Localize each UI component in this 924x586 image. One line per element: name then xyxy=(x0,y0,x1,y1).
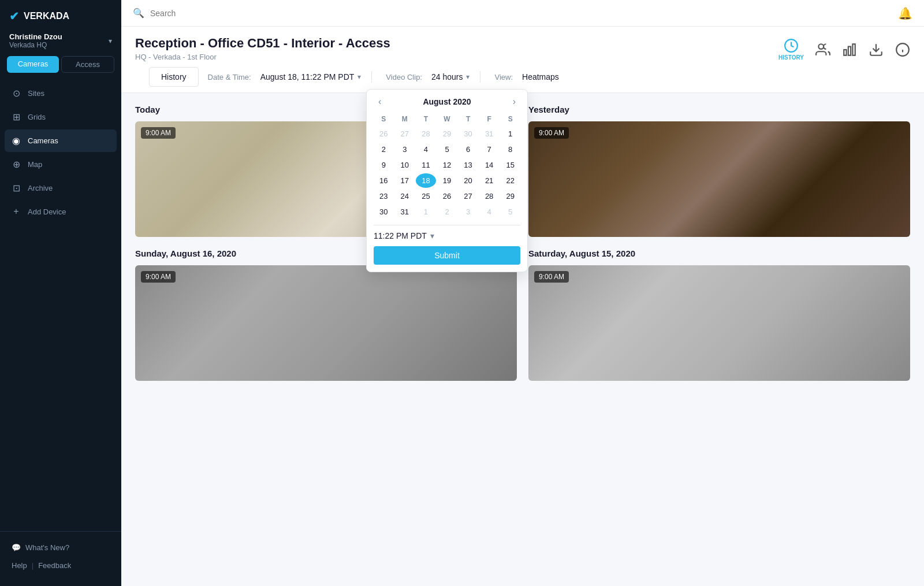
calendar-day[interactable]: 26 xyxy=(437,189,457,203)
saturday-video-card[interactable]: 9:00 AM xyxy=(528,265,910,381)
calendar-month-year: August 2020 xyxy=(423,97,471,106)
dow-sun: S xyxy=(374,113,394,125)
calendar-day[interactable]: 28 xyxy=(416,127,436,141)
calendar-day[interactable]: 25 xyxy=(416,189,436,203)
calendar-day[interactable]: 3 xyxy=(458,205,478,219)
view-label: View: xyxy=(494,73,513,81)
calendar-day[interactable]: 2 xyxy=(374,142,394,157)
dow-fri: F xyxy=(479,113,500,125)
calendar-day[interactable]: 14 xyxy=(479,158,500,172)
calendar-day[interactable]: 4 xyxy=(479,205,500,219)
saturday-thumbnail xyxy=(528,265,910,381)
sidebar-tab-cameras[interactable]: Cameras xyxy=(7,56,59,73)
feedback-link[interactable]: Feedback xyxy=(38,561,71,570)
calendar-day[interactable]: 31 xyxy=(479,127,500,141)
calendar-day[interactable]: 16 xyxy=(374,173,394,188)
dow-thu: T xyxy=(458,113,478,125)
calendar-day[interactable]: 15 xyxy=(500,158,520,172)
video-clip-picker[interactable]: 24 hours ▾ xyxy=(426,69,475,85)
sidebar-item-cameras-label: Cameras xyxy=(28,136,58,145)
calendar-day[interactable]: 26 xyxy=(374,127,394,141)
calendar-day[interactable]: 1 xyxy=(500,127,520,141)
calendar-day[interactable]: 20 xyxy=(458,173,478,188)
sidebar-item-cameras[interactable]: ◉ Cameras xyxy=(5,129,117,152)
calendar-day[interactable]: 1 xyxy=(416,205,436,219)
calendar-day[interactable]: 2 xyxy=(437,205,457,219)
calendar-day[interactable]: 30 xyxy=(374,205,394,219)
dow-wed: W xyxy=(437,113,457,125)
user-name: Christine Dzou xyxy=(9,32,62,41)
sidebar-tabs: Cameras Access xyxy=(0,56,121,80)
calendar-day[interactable]: 9 xyxy=(374,158,394,172)
toolbar-separator-1 xyxy=(371,71,372,83)
calendar-day[interactable]: 21 xyxy=(479,173,500,188)
calendar-prev-button[interactable]: ‹ xyxy=(376,97,383,107)
calendar-day[interactable]: 12 xyxy=(437,158,457,172)
calendar-grid: S M T W T F S 26272829303112345678910111… xyxy=(374,113,520,219)
calendar-day[interactable]: 24 xyxy=(395,189,415,203)
calendar-next-button[interactable]: › xyxy=(511,97,518,107)
calendar-day[interactable]: 30 xyxy=(458,127,478,141)
sunday-thumbnail xyxy=(135,265,517,381)
sites-icon: ⊙ xyxy=(10,88,22,99)
svg-point-1 xyxy=(818,44,824,49)
video-clip-label: Video Clip: xyxy=(386,73,422,81)
calendar-day[interactable]: 5 xyxy=(437,142,457,157)
calendar-day[interactable]: 18 xyxy=(416,173,436,188)
page-subtitle: HQ - Verkada - 1st Floor xyxy=(135,53,390,61)
sidebar-item-sites[interactable]: ⊙ Sites xyxy=(5,82,117,105)
cameras-icon: ◉ xyxy=(10,135,22,146)
dow-tue: T xyxy=(416,113,436,125)
calendar-day[interactable]: 29 xyxy=(500,189,520,203)
whats-new-item[interactable]: 💬 What's New? xyxy=(7,539,114,557)
grids-icon: ⊞ xyxy=(10,112,22,123)
map-icon: ⊕ xyxy=(10,159,22,170)
calendar-day[interactable]: 27 xyxy=(458,189,478,203)
time-picker[interactable]: 11:22 PM PDT ▾ xyxy=(374,225,520,240)
sidebar-item-map[interactable]: ⊕ Map xyxy=(5,153,117,176)
sunday-video-card[interactable]: 9:00 AM xyxy=(135,265,517,381)
calendar-day[interactable]: 10 xyxy=(395,158,415,172)
view-picker[interactable]: Heatmaps xyxy=(516,69,565,85)
calendar-day[interactable]: 5 xyxy=(500,205,520,219)
user-profile[interactable]: Christine Dzou Verkada HQ ▾ xyxy=(0,28,121,56)
sidebar-item-add-device[interactable]: + Add Device xyxy=(5,201,117,222)
notification-bell-icon[interactable]: 🔔 xyxy=(898,7,912,20)
calendar-day[interactable]: 13 xyxy=(458,158,478,172)
calendar-day[interactable]: 31 xyxy=(395,205,415,219)
chart-icon-btn[interactable] xyxy=(842,42,857,57)
calendar-day[interactable]: 19 xyxy=(437,173,457,188)
calendar-day[interactable]: 8 xyxy=(500,142,520,157)
sidebar-item-archive[interactable]: ⊡ Archive xyxy=(5,177,117,199)
sunday-timestamp: 9:00 AM xyxy=(141,271,176,283)
calendar-day[interactable]: 28 xyxy=(479,189,500,203)
calendar-day[interactable]: 29 xyxy=(437,127,457,141)
history-icon-btn[interactable]: HISTORY xyxy=(778,38,804,61)
calendar-day[interactable]: 17 xyxy=(395,173,415,188)
help-link[interactable]: Help xyxy=(12,561,27,570)
date-time-picker[interactable]: August 18, 11:22 PM PDT ▾ xyxy=(255,69,367,85)
whats-new-label: What's New? xyxy=(25,543,69,552)
calendar-day[interactable]: 11 xyxy=(416,158,436,172)
calendar-day[interactable]: 6 xyxy=(458,142,478,157)
info-icon-btn[interactable] xyxy=(895,42,910,57)
sidebar-item-grids-label: Grids xyxy=(28,113,46,121)
history-button[interactable]: History xyxy=(149,67,199,87)
sidebar-item-grids[interactable]: ⊞ Grids xyxy=(5,106,117,128)
calendar-day[interactable]: 23 xyxy=(374,189,394,203)
export-icon-btn[interactable] xyxy=(869,42,884,57)
date-caret-icon: ▾ xyxy=(357,73,361,81)
search-input[interactable] xyxy=(150,9,323,18)
people-icon-btn[interactable] xyxy=(815,42,830,57)
calendar-day[interactable]: 7 xyxy=(479,142,500,157)
whats-new-icon: 💬 xyxy=(12,543,21,552)
calendar-day[interactable]: 22 xyxy=(500,173,520,188)
calendar-day[interactable]: 4 xyxy=(416,142,436,157)
sidebar-tab-access[interactable]: Access xyxy=(61,56,114,73)
date-label: Date & Time: xyxy=(208,73,251,81)
calendar-submit-button[interactable]: Submit xyxy=(374,246,520,265)
yesterday-video-card[interactable]: 9:00 AM xyxy=(528,121,910,237)
calendar-day[interactable]: 3 xyxy=(395,142,415,157)
calendar-day[interactable]: 27 xyxy=(395,127,415,141)
user-chevron-icon[interactable]: ▾ xyxy=(109,37,112,45)
